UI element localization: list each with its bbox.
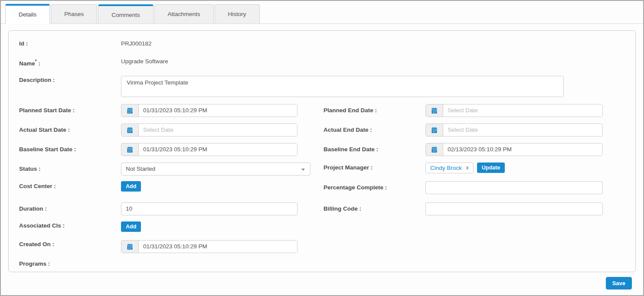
baseline-end-dategroup <box>425 143 603 156</box>
billing-code-label: Billing Code : <box>324 205 425 213</box>
actual-end-calendar-button[interactable] <box>426 124 443 136</box>
created-on-label: Created On : <box>19 240 121 249</box>
add-associated-ci-button[interactable]: Add <box>121 221 141 232</box>
created-on-input[interactable] <box>139 241 297 253</box>
save-button[interactable]: Save <box>606 277 632 289</box>
form-row-baseline-dates: Baseline Start Date : Baseline End Date … <box>19 143 625 156</box>
associated-cis-label: Associated CIs : <box>19 221 121 230</box>
status-label: Status : <box>19 165 121 173</box>
planned-start-input[interactable] <box>139 104 297 117</box>
project-manager-chip: Cindy Brock x <box>425 163 474 173</box>
form-row-id: Id : PRJ000182 <box>19 39 625 48</box>
form-row-planned-dates: Planned Start Date : Planned End Date : <box>19 104 625 117</box>
cost-center-label: Cost Center : <box>19 182 121 191</box>
name-label: Name* : <box>19 57 121 68</box>
actual-start-dategroup <box>121 124 297 137</box>
description-textarea[interactable]: Virima Project Template <box>121 76 564 97</box>
form-row-actual-dates: Actual Start Date : Actual End Date : <box>19 124 625 137</box>
calendar-icon <box>127 127 133 133</box>
percentage-complete-label: Percentage Complete : <box>324 183 425 192</box>
planned-end-input[interactable] <box>443 104 602 117</box>
form-row-cost-percentage: Cost Center : Add Percentage Complete : <box>19 181 625 194</box>
baseline-end-calendar-button[interactable] <box>426 143 443 156</box>
baseline-start-dategroup <box>121 143 297 156</box>
actual-end-input[interactable] <box>443 124 602 136</box>
status-select[interactable]: Not Started <box>121 163 311 176</box>
planned-start-dategroup <box>121 104 297 117</box>
planned-end-calendar-button[interactable] <box>426 104 443 117</box>
planned-start-label: Planned Start Date : <box>19 106 121 115</box>
tab-bar: Details Phases Comments Attachments Hist… <box>1 1 643 24</box>
id-label: Id : <box>19 39 121 48</box>
update-project-manager-button[interactable]: Update <box>477 163 505 173</box>
tab-phases-label: Phases <box>64 11 84 17</box>
tab-attachments-label: Attachments <box>168 11 200 17</box>
actual-start-label: Actual Start Date : <box>19 126 121 134</box>
created-on-calendar-button[interactable] <box>121 241 139 253</box>
id-value: PRJ000182 <box>121 39 152 48</box>
calendar-icon <box>127 107 133 114</box>
form-row-status-pm: Status : Not Started Project Manager : C… <box>19 163 625 176</box>
form-row-duration-billing: Duration : Billing Code : <box>19 202 625 215</box>
add-cost-center-button[interactable]: Add <box>121 181 141 192</box>
actual-end-dategroup <box>425 124 603 137</box>
project-manager-field: Cindy Brock x Update <box>425 163 505 173</box>
duration-label: Duration : <box>19 205 121 213</box>
tab-history[interactable]: History <box>215 4 260 23</box>
form-row-programs: Programs : <box>19 260 625 268</box>
app-window: Details Phases Comments Attachments Hist… <box>0 0 644 296</box>
baseline-start-input[interactable] <box>139 143 297 156</box>
tab-comments-label: Comments <box>111 12 140 18</box>
description-label: Description : <box>19 76 121 85</box>
baseline-start-calendar-button[interactable] <box>121 143 139 156</box>
details-form-panel: Id : PRJ000182 Name* : Upgrade Software … <box>8 30 636 272</box>
calendar-icon <box>432 127 437 133</box>
programs-label: Programs : <box>19 260 121 268</box>
details-tab-content: Id : PRJ000182 Name* : Upgrade Software … <box>1 24 643 289</box>
created-on-dategroup <box>121 240 297 253</box>
tab-comments[interactable]: Comments <box>98 4 153 23</box>
calendar-icon <box>127 244 133 250</box>
form-row-created-on: Created On : <box>19 240 625 253</box>
planned-end-label: Planned End Date : <box>324 106 425 115</box>
remove-project-manager-icon[interactable]: x <box>466 165 469 171</box>
action-bar: Save <box>8 272 636 289</box>
baseline-end-input[interactable] <box>443 143 602 156</box>
planned-end-dategroup <box>425 104 603 117</box>
form-row-name: Name* : Upgrade Software <box>19 57 625 68</box>
tab-details[interactable]: Details <box>5 4 50 24</box>
tab-details-label: Details <box>19 11 36 18</box>
project-manager-label: Project Manager : <box>324 163 425 172</box>
tab-history-label: History <box>228 11 246 17</box>
form-row-associated-cis: Associated CIs : Add <box>19 221 625 232</box>
calendar-icon <box>127 146 133 153</box>
name-label-text: Name <box>19 60 35 67</box>
name-value: Upgrade Software <box>121 57 168 66</box>
form-row-description: Description : Virima Project Template <box>19 76 625 97</box>
name-label-colon: : <box>38 60 40 67</box>
duration-input[interactable] <box>121 202 297 215</box>
baseline-end-label: Baseline End Date : <box>324 145 425 154</box>
actual-start-calendar-button[interactable] <box>121 124 139 136</box>
required-asterisk: * <box>35 59 37 64</box>
baseline-start-label: Baseline Start Date : <box>19 145 121 154</box>
status-selected-value: Not Started <box>126 166 155 172</box>
tab-phases[interactable]: Phases <box>51 4 97 23</box>
planned-start-calendar-button[interactable] <box>121 104 139 117</box>
percentage-complete-input[interactable] <box>425 181 603 194</box>
actual-end-label: Actual End Date : <box>324 126 425 134</box>
billing-code-input[interactable] <box>425 202 603 215</box>
tab-attachments[interactable]: Attachments <box>154 4 214 23</box>
actual-start-input[interactable] <box>139 124 297 136</box>
chevron-down-icon <box>301 169 305 171</box>
calendar-icon <box>432 146 437 153</box>
project-manager-chip-name: Cindy Brock <box>430 165 462 171</box>
calendar-icon <box>432 107 437 114</box>
